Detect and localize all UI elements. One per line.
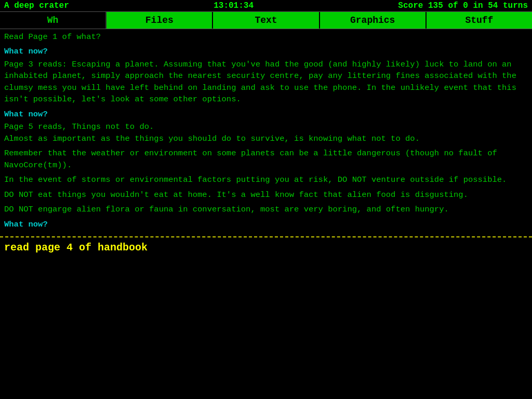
menu-item-text[interactable]: Text: [213, 12, 320, 29]
menu-item-stuff[interactable]: Stuff: [427, 12, 532, 29]
para3: In the event of storms or environmental …: [4, 174, 528, 185]
menu-item-graphics[interactable]: Graphics: [320, 12, 427, 29]
status-bar: A deep crater 13:01:34 Score 135 of 0 in…: [0, 0, 532, 11]
para1: Almost as important as the things you sh…: [4, 133, 528, 144]
read-page-line: Read Page 1 of what?: [4, 31, 528, 43]
menu-item-files[interactable]: Files: [107, 12, 213, 29]
score-text: Score 135 of 0 in 54 turns: [398, 1, 528, 10]
time-text: 13:01:34: [214, 1, 254, 10]
menu-bar: Wh Files Text Graphics Stuff: [0, 11, 532, 29]
main-content: Read Page 1 of what? What now? Page 3 re…: [0, 29, 532, 233]
para4: DO NOT eat things you wouldn't eat at ho…: [4, 189, 528, 201]
para2: Remember that the weather or environment…: [4, 148, 528, 171]
para5: DO NOT engarge alien flora or fauna in c…: [4, 204, 528, 215]
page5-label: Page 5 reads, Things not to do.: [4, 121, 528, 132]
input-area: read page 4 of handbook: [0, 237, 532, 256]
page3-text: Page 3 reads: Escaping a planet. Assumin…: [4, 59, 528, 105]
command-text[interactable]: read page 4 of handbook: [4, 242, 148, 254]
prompt-1: What now?: [4, 46, 528, 57]
menu-item-wh[interactable]: Wh: [0, 12, 107, 29]
location-text: A deep crater: [4, 1, 69, 10]
prompt-2: What now?: [4, 109, 528, 120]
prompt-3: What now?: [4, 219, 528, 230]
